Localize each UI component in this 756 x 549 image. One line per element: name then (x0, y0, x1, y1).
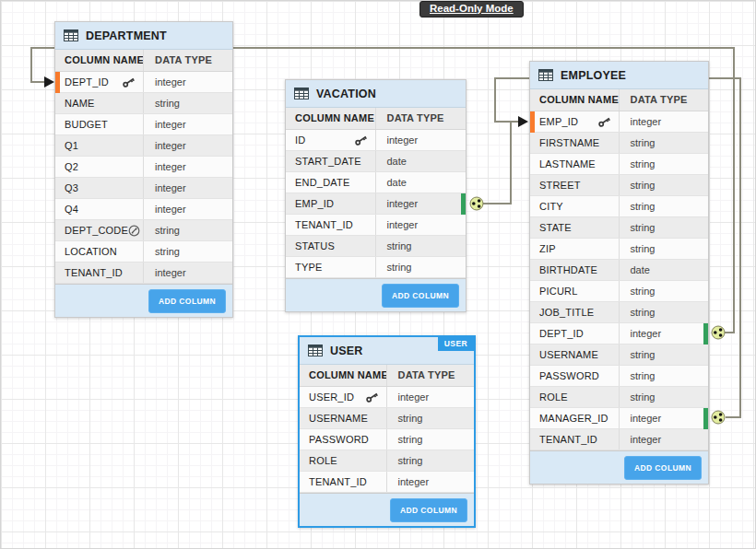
data-type-header: DATA TYPE (387, 365, 475, 386)
table-vacation-header[interactable]: VACATION (286, 80, 466, 108)
column-type: string (376, 257, 467, 277)
column-row-name[interactable]: NAMEstring (55, 93, 232, 114)
column-type: integer (144, 199, 232, 219)
column-row-role[interactable]: ROLEstring (300, 450, 474, 472)
column-row-firstname[interactable]: FIRSTNAMEstring (530, 133, 708, 154)
column-row-city[interactable]: CITYstring (530, 196, 708, 217)
column-row-lastname[interactable]: LASTNAMEstring (530, 154, 708, 175)
column-type: integer (620, 111, 709, 132)
column-row-tenant_id[interactable]: TENANT_IDinteger (286, 215, 466, 236)
column-name: USERNAME (309, 408, 368, 428)
column-type: integer (387, 387, 475, 407)
column-type: integer (144, 135, 232, 156)
table-department-header[interactable]: DEPARTMENT (55, 22, 232, 50)
column-row-dept_id[interactable]: DEPT_IDinteger (55, 72, 232, 93)
table-employee-header[interactable]: EMPLOYEE (530, 62, 708, 89)
column-row-start_date[interactable]: START_DATEdate (286, 151, 466, 172)
table-vacation[interactable]: VACATION COLUMN NAME DATA TYPE IDinteger… (285, 79, 467, 312)
column-row-role[interactable]: ROLEstring (530, 387, 708, 408)
column-row-state[interactable]: STATEstring (530, 217, 708, 239)
column-row-picurl[interactable]: PICURLstring (530, 281, 708, 302)
column-row-q4[interactable]: Q4integer (55, 199, 232, 220)
column-type: date (620, 260, 709, 280)
column-name: START_DATE (295, 151, 361, 171)
column-row-dept_code[interactable]: DEPT_CODEstring (55, 220, 232, 241)
column-name: ZIP (539, 239, 556, 259)
column-row-q2[interactable]: Q2integer (55, 157, 232, 178)
data-type-header: DATA TYPE (144, 50, 232, 71)
add-column-button[interactable]: ADD COLUMN (148, 289, 226, 313)
column-row-dept_id[interactable]: DEPT_IDinteger (530, 323, 708, 345)
column-name: STREET (539, 175, 581, 195)
many-connector-vacation-empid[interactable] (470, 197, 483, 210)
column-row-tenant_id[interactable]: TENANT_IDinteger (55, 263, 232, 284)
column-row-username[interactable]: USERNAMEstring (530, 345, 708, 366)
column-row-emp_id[interactable]: EMP_IDinteger (530, 111, 708, 133)
wire-vacation-empid-to-employee (483, 122, 518, 204)
column-header-row: COLUMN NAME DATA TYPE (300, 365, 474, 387)
column-name: DEPT_CODE (65, 220, 128, 240)
column-type: string (620, 302, 709, 322)
column-row-tenant_id[interactable]: TENANT_IDinteger (530, 429, 708, 450)
relation-marker-right[interactable] (703, 408, 708, 429)
column-name: MANAGER_ID (539, 408, 608, 428)
add-column-button[interactable]: ADD COLUMN (624, 456, 702, 480)
column-type: string (620, 196, 709, 216)
column-row-id[interactable]: IDinteger (286, 130, 466, 151)
add-column-button[interactable]: ADD COLUMN (382, 284, 459, 308)
column-type: integer (144, 263, 232, 283)
column-type: integer (620, 323, 709, 344)
column-name: USER_ID (309, 387, 354, 407)
column-type: string (144, 93, 232, 113)
table-user[interactable]: USER USER COLUMN NAME DATA TYPE USER_IDi… (298, 335, 476, 528)
column-type: integer (376, 193, 467, 214)
table-employee[interactable]: EMPLOYEE COLUMN NAME DATA TYPE EMP_IDint… (529, 61, 709, 485)
column-row-job_title[interactable]: JOB_TITLEstring (530, 302, 708, 323)
many-connector-employee-deptid[interactable] (712, 326, 725, 339)
column-row-location[interactable]: LOCATIONstring (55, 241, 232, 263)
relation-marker-left[interactable] (530, 111, 535, 133)
column-type: integer (144, 157, 232, 177)
table-footer: ADD COLUMN (55, 284, 232, 317)
column-type: string (620, 281, 709, 301)
column-name: PASSWORD (309, 429, 369, 450)
relation-marker-left[interactable] (55, 72, 60, 93)
many-connector-employee-managerid[interactable] (712, 411, 725, 424)
column-name: ROLE (309, 450, 337, 471)
column-name: ROLE (539, 387, 568, 407)
column-row-user_id[interactable]: USER_IDinteger (300, 387, 474, 408)
column-header-row: COLUMN NAME DATA TYPE (530, 89, 708, 111)
column-row-birthdate[interactable]: BIRTHDATEdate (530, 260, 708, 281)
column-type: string (620, 217, 709, 238)
column-type: string (620, 366, 709, 386)
column-row-street[interactable]: STREETstring (530, 175, 708, 196)
column-row-type[interactable]: TYPEstring (286, 257, 466, 278)
column-name: DEPT_ID (65, 72, 109, 92)
column-row-q3[interactable]: Q3integer (55, 178, 232, 199)
relation-marker-right[interactable] (461, 193, 466, 215)
column-type: integer (144, 72, 232, 92)
column-row-q1[interactable]: Q1integer (55, 135, 232, 157)
column-name: TYPE (295, 257, 323, 277)
table-grid-icon (538, 69, 553, 81)
column-type: integer (144, 114, 232, 134)
column-type: string (620, 239, 709, 259)
column-type: string (387, 450, 475, 471)
column-name-header: COLUMN NAME (530, 89, 620, 111)
column-row-tenant_id[interactable]: TENANT_IDinteger (300, 472, 474, 493)
column-row-end_date[interactable]: END_DATEdate (286, 172, 466, 193)
diagram-canvas[interactable]: DEPARTMENT COLUMN NAME DATA TYPE DEPT_ID… (0, 0, 756, 549)
column-row-password[interactable]: PASSWORDstring (530, 366, 708, 387)
column-header-row: COLUMN NAME DATA TYPE (286, 108, 466, 130)
column-row-emp_id[interactable]: EMP_IDinteger (286, 193, 466, 215)
column-row-username[interactable]: USERNAMEstring (300, 408, 474, 429)
column-name: LOCATION (65, 241, 117, 262)
column-row-password[interactable]: PASSWORDstring (300, 429, 474, 450)
table-department[interactable]: DEPARTMENT COLUMN NAME DATA TYPE DEPT_ID… (54, 21, 233, 318)
column-row-budget[interactable]: BUDGETinteger (55, 114, 232, 135)
column-row-status[interactable]: STATUSstring (286, 236, 466, 257)
column-row-zip[interactable]: ZIPstring (530, 239, 708, 260)
relation-marker-right[interactable] (703, 323, 708, 345)
add-column-button[interactable]: ADD COLUMN (390, 498, 467, 522)
column-row-manager_id[interactable]: MANAGER_IDinteger (530, 408, 708, 429)
